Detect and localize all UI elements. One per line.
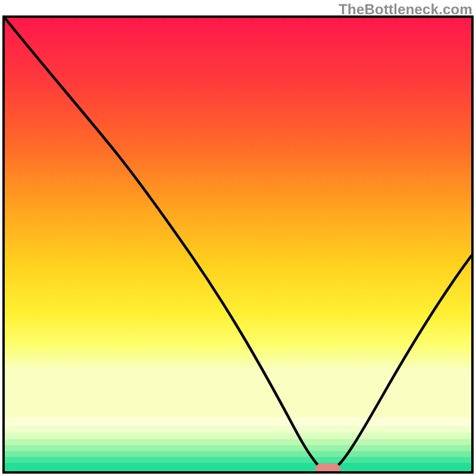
band-green3 bbox=[5, 457, 471, 463]
band-lime2 bbox=[5, 433, 471, 439]
bottleneck-chart: TheBottleneck.com bbox=[0, 0, 476, 476]
band-pale bbox=[5, 418, 471, 426]
background-gradient bbox=[5, 18, 471, 418]
band-green4 bbox=[5, 463, 471, 472]
plot-area bbox=[0, 0, 476, 476]
band-lime1 bbox=[5, 426, 471, 433]
band-green2 bbox=[5, 451, 471, 457]
band-green1 bbox=[5, 445, 471, 451]
band-lime3 bbox=[5, 439, 471, 445]
